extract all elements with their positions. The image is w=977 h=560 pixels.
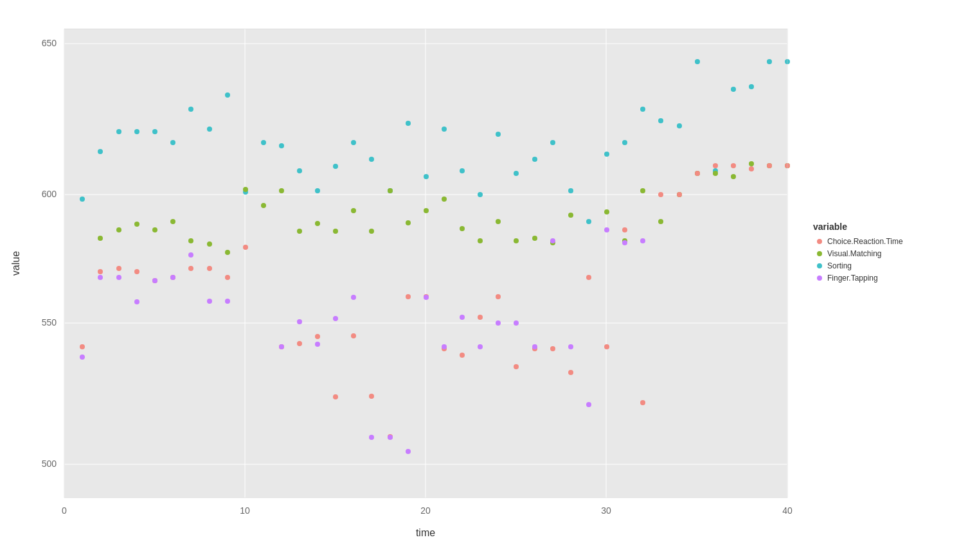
dot-finger-tapping bbox=[188, 252, 193, 258]
dot-sorting bbox=[424, 174, 429, 179]
dot-sorting bbox=[550, 140, 555, 145]
dot-choice-reaction bbox=[98, 269, 103, 274]
dot-sorting bbox=[116, 129, 121, 134]
dot-sorting bbox=[152, 129, 157, 134]
y-axis-label: value bbox=[10, 251, 21, 276]
dot-choice-reaction bbox=[640, 400, 645, 405]
dot-visual-matching bbox=[496, 219, 501, 224]
dot-choice-reaction bbox=[568, 370, 573, 375]
dot-sorting bbox=[604, 152, 609, 157]
dot-choice-reaction bbox=[116, 266, 121, 271]
dot-finger-tapping bbox=[460, 315, 465, 320]
dot-visual-matching bbox=[658, 219, 663, 224]
dot-visual-matching bbox=[98, 236, 103, 241]
dot-finger-tapping bbox=[170, 275, 175, 280]
legend-label-finger: Finger.Tapping bbox=[827, 274, 878, 283]
dot-choice-reaction bbox=[713, 163, 718, 168]
dot-choice-reaction bbox=[695, 171, 700, 176]
dot-finger-tapping bbox=[586, 402, 591, 407]
dot-finger-tapping bbox=[640, 238, 645, 243]
x-tick-40: 40 bbox=[782, 505, 793, 516]
dot-sorting bbox=[731, 87, 736, 92]
dot-choice-reaction bbox=[406, 294, 411, 299]
dot-choice-reaction bbox=[134, 269, 139, 274]
dot-finger-tapping bbox=[80, 354, 85, 360]
x-tick-30: 30 bbox=[601, 505, 611, 516]
x-axis-label: time bbox=[416, 527, 435, 538]
dot-choice-reaction bbox=[351, 333, 356, 338]
dot-visual-matching bbox=[315, 221, 320, 226]
dot-sorting bbox=[478, 192, 483, 197]
dot-finger-tapping bbox=[297, 319, 302, 324]
dot-sorting bbox=[677, 123, 682, 128]
legend-label-sorting: Sorting bbox=[827, 261, 852, 270]
dot-finger-tapping bbox=[315, 342, 320, 347]
dot-choice-reaction bbox=[622, 227, 627, 232]
dot-visual-matching bbox=[243, 187, 248, 192]
dot-sorting bbox=[496, 132, 501, 137]
dot-visual-matching bbox=[207, 241, 212, 247]
dot-sorting bbox=[170, 140, 175, 145]
dot-sorting bbox=[315, 188, 320, 193]
dot-finger-tapping bbox=[442, 344, 447, 349]
dot-visual-matching bbox=[604, 209, 609, 214]
legend-icon-finger bbox=[817, 276, 822, 281]
dot-finger-tapping bbox=[478, 344, 483, 349]
y-tick-500: 500 bbox=[42, 459, 57, 469]
dot-sorting bbox=[297, 168, 302, 173]
dot-choice-reaction bbox=[188, 266, 193, 271]
dot-sorting bbox=[134, 129, 139, 134]
dot-choice-reaction bbox=[550, 346, 555, 351]
dot-finger-tapping bbox=[116, 275, 121, 280]
dot-choice-reaction bbox=[369, 394, 374, 399]
dot-finger-tapping bbox=[424, 295, 429, 300]
y-tick-600: 600 bbox=[42, 189, 57, 199]
dot-sorting bbox=[568, 188, 573, 193]
dot-sorting bbox=[442, 127, 447, 132]
dot-sorting bbox=[188, 107, 193, 112]
x-tick-0: 0 bbox=[62, 505, 67, 516]
dot-sorting bbox=[80, 197, 85, 202]
dot-visual-matching bbox=[532, 236, 537, 241]
dot-finger-tapping bbox=[134, 299, 139, 304]
dot-choice-reaction bbox=[496, 294, 501, 299]
dot-choice-reaction bbox=[731, 163, 736, 168]
dot-choice-reaction bbox=[749, 166, 754, 171]
dot-finger-tapping bbox=[351, 295, 356, 300]
dot-visual-matching bbox=[406, 220, 411, 225]
legend-label-visual: Visual.Matching bbox=[827, 249, 882, 258]
dot-finger-tapping bbox=[279, 344, 284, 349]
dot-sorting bbox=[207, 127, 212, 132]
dot-visual-matching bbox=[749, 161, 754, 166]
dot-visual-matching bbox=[333, 229, 338, 234]
dot-sorting bbox=[640, 107, 645, 112]
dot-choice-reaction bbox=[80, 344, 85, 349]
dot-choice-reaction bbox=[478, 315, 483, 320]
dot-sorting bbox=[622, 140, 627, 145]
legend-icon-sorting bbox=[817, 263, 822, 268]
dot-finger-tapping bbox=[406, 449, 411, 454]
dot-visual-matching bbox=[568, 213, 573, 218]
dot-visual-matching bbox=[152, 227, 157, 232]
dot-finger-tapping bbox=[225, 299, 230, 304]
x-tick-20: 20 bbox=[420, 505, 431, 516]
dot-sorting bbox=[333, 164, 338, 169]
dot-finger-tapping bbox=[98, 275, 103, 280]
dot-visual-matching bbox=[478, 238, 483, 243]
dot-finger-tapping bbox=[568, 344, 573, 349]
dot-visual-matching bbox=[297, 229, 302, 234]
dot-sorting bbox=[98, 149, 103, 154]
dot-finger-tapping bbox=[388, 435, 393, 440]
dot-finger-tapping bbox=[369, 435, 374, 440]
dot-visual-matching bbox=[261, 203, 266, 208]
dot-choice-reaction bbox=[297, 341, 302, 346]
dot-visual-matching bbox=[170, 219, 175, 224]
dot-sorting bbox=[532, 157, 537, 162]
dot-sorting bbox=[261, 140, 266, 145]
dot-choice-reaction bbox=[767, 163, 772, 168]
y-tick-550: 550 bbox=[42, 317, 57, 328]
dot-sorting bbox=[351, 140, 356, 145]
dot-sorting bbox=[695, 59, 700, 64]
dot-visual-matching bbox=[442, 197, 447, 202]
dot-visual-matching bbox=[279, 188, 284, 193]
